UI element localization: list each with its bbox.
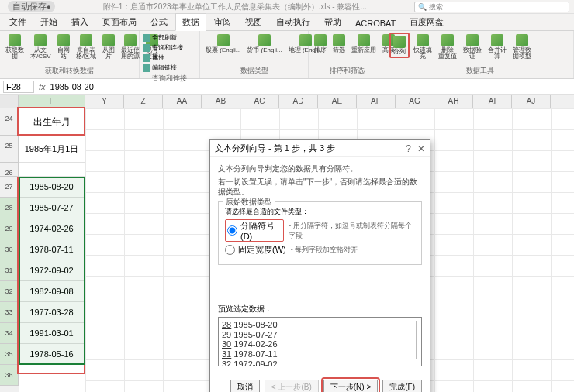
row-header-36[interactable]: 36 [0, 365, 19, 386]
col-header-AA[interactable]: AA [163, 95, 202, 108]
ribbon-button[interactable]: 合并计算 [486, 33, 509, 61]
row-header-32[interactable]: 32 [0, 281, 19, 302]
tab-审阅[interactable]: 审阅 [208, 14, 237, 30]
tab-百度网盘[interactable]: 百度网盘 [403, 14, 450, 30]
file-name: 附件1：启通市2023年事业单位工作人员信息采集表（编制外）.xls - 兼容性… [55, 2, 414, 12]
col-header-AF[interactable]: AF [357, 95, 396, 108]
formula-bar: F28 fx 1985-08-20 [0, 79, 574, 95]
finish-button[interactable]: 完成(F) [382, 380, 422, 392]
back-button[interactable]: < 上一步(B) [265, 380, 319, 392]
row-header-31[interactable]: 31 [0, 260, 19, 281]
ribbon-button[interactable]: 自网站 [55, 33, 72, 61]
title-bar: 自动保存 ● 附件1：启通市2023年事业单位工作人员信息采集表（编制外）.xl… [0, 0, 574, 14]
col-header-AD[interactable]: AD [279, 95, 318, 108]
row-header-33[interactable]: 33 [0, 302, 19, 323]
tab-开始[interactable]: 开始 [34, 14, 64, 30]
dialog-title-bar[interactable]: 文本分列向导 - 第 1 步，共 3 步 ? ✕ [210, 140, 430, 157]
ribbon-button[interactable]: 属性 [143, 53, 164, 63]
col-header-AC[interactable]: AC [240, 95, 279, 108]
col-header-F[interactable]: F [19, 95, 85, 108]
ribbon-button[interactable]: 排序 [312, 33, 329, 55]
ribbon-group-sort-filter: 排序筛选重新应用高级 排序和筛选 [309, 31, 386, 78]
row-header-27[interactable]: 27 [0, 177, 19, 198]
tab-数据[interactable]: 数据 [175, 13, 206, 31]
ribbon-button[interactable]: 从图片 [100, 33, 117, 61]
dialog-title: 文本分列向导 - 第 1 步，共 3 步 [215, 143, 335, 154]
col-header-AB[interactable]: AB [202, 95, 240, 108]
tab-页面布局[interactable]: 页面布局 [96, 14, 143, 30]
group-label: 排序和筛选 [312, 65, 382, 77]
ribbon-button[interactable]: 获取数据 [3, 33, 26, 61]
ribbon-button[interactable]: 重新应用 [349, 33, 379, 55]
ribbon-button[interactable]: 数据验证 [461, 33, 484, 61]
row-header-26[interactable]: 26 [0, 163, 19, 177]
row-header-29[interactable]: 29 [0, 218, 19, 239]
ribbon-button[interactable]: 管理数据模型 [510, 33, 534, 61]
col-header-Y[interactable]: Y [85, 95, 124, 108]
ribbon-button[interactable]: 股票 (Engli... [203, 33, 243, 55]
cell-value[interactable]: 1977-03-28 [19, 302, 85, 323]
tab-ACROBAT[interactable]: ACROBAT [349, 16, 402, 30]
ribbon-button[interactable]: 删除重复值 [436, 33, 459, 61]
row-header-24[interactable]: 24 [0, 108, 19, 136]
cancel-button[interactable]: 取消 [230, 380, 260, 392]
ribbon-button[interactable]: 查询和连接 [143, 43, 183, 53]
data-type-fieldset: 原始数据类型 请选择最合适的文件类型： 分隔符号(D) - 用分隔字符，如逗号或… [218, 201, 422, 265]
ribbon-button[interactable]: 从文本/CSV [28, 33, 54, 61]
row-header-25[interactable]: 25 [0, 136, 19, 163]
col-header-AG[interactable]: AG [396, 95, 434, 108]
cell-value[interactable]: 1991-03-01 [19, 323, 85, 344]
ribbon-button[interactable]: 编辑链接 [143, 63, 177, 73]
cell-value[interactable]: 1985-07-27 [19, 198, 85, 218]
fx-icon[interactable]: fx [39, 82, 46, 91]
cell-value[interactable]: 1972-09-02 [19, 260, 85, 281]
radio-fixed-width[interactable] [225, 245, 235, 255]
cell-blank[interactable] [19, 163, 85, 177]
col-header-AE[interactable]: AE [318, 95, 357, 108]
dialog-text: 文本分列向导判定您的数据具有分隔符。 [218, 163, 422, 174]
dialog-close-icon[interactable]: ✕ [417, 143, 425, 154]
search-box[interactable]: 🔍 搜索 [414, 2, 569, 12]
row-headers: 24252627282930313233343536 [0, 108, 19, 392]
cell-header[interactable]: 出生年月 [19, 108, 85, 136]
ribbon-group-data-types: 股票 (Engli...货币 (Engli...地理 (Engli... 数据类… [200, 31, 309, 78]
cell-value[interactable]: 1978-05-16 [19, 344, 85, 365]
formula-value[interactable]: 1985-08-20 [50, 82, 94, 91]
tab-自动执行[interactable]: 自动执行 [270, 14, 316, 30]
ribbon-button[interactable]: 分列 [389, 33, 410, 58]
cell-value[interactable]: 1985-08-20 [19, 177, 85, 198]
ribbon-button[interactable]: 来自表格/区域 [74, 33, 99, 61]
radio-delimited[interactable] [227, 225, 237, 236]
dialog-help-icon[interactable]: ? [406, 143, 411, 154]
tab-插入[interactable]: 插入 [65, 14, 95, 30]
select-all-corner[interactable] [0, 95, 19, 108]
ribbon-group-queries: 全部刷新查询和连接属性编辑链接 查询和连接 [140, 31, 200, 78]
ribbon-button[interactable]: 货币 (Engli... [244, 33, 284, 55]
col-header-AJ[interactable]: AJ [512, 95, 551, 108]
ribbon-button[interactable]: 全部刷新 [143, 33, 177, 43]
next-button[interactable]: 下一步(N) > [323, 380, 379, 392]
radio-hint: - 用分隔字符，如逗号或制表符分隔每个字段 [289, 221, 415, 241]
cell-date-text[interactable]: 1985年1月1日 [19, 136, 85, 163]
row-header-34[interactable]: 34 [0, 323, 19, 344]
ribbon-button[interactable]: 筛选 [330, 33, 348, 55]
col-header-AI[interactable]: AI [473, 95, 512, 108]
tab-公式[interactable]: 公式 [144, 14, 174, 30]
cell-value[interactable]: 1978-07-11 [19, 239, 85, 260]
row-header-30[interactable]: 30 [0, 239, 19, 260]
cell-value[interactable]: 1982-09-08 [19, 281, 85, 302]
fieldset-prompt: 请选择最合适的文件类型： [225, 207, 415, 217]
row-header-28[interactable]: 28 [0, 198, 19, 218]
row-header-35[interactable]: 35 [0, 344, 19, 365]
cell-value[interactable]: 1974-02-26 [19, 218, 85, 239]
name-box[interactable]: F28 [3, 81, 34, 93]
ribbon-group-data-tools: 分列快速填充删除重复值数据验证合并计算管理数据模型 数据工具 [386, 31, 574, 78]
tab-帮助[interactable]: 帮助 [318, 14, 348, 30]
tab-视图[interactable]: 视图 [239, 14, 268, 30]
col-header-Z[interactable]: Z [124, 95, 163, 108]
ribbon-button[interactable]: 最近使用的源 [119, 33, 142, 61]
autosave-toggle[interactable]: 自动保存 ● [8, 1, 55, 12]
ribbon-button[interactable]: 快速填充 [411, 33, 434, 61]
col-header-AH[interactable]: AH [434, 95, 473, 108]
tab-文件[interactable]: 文件 [3, 14, 33, 30]
